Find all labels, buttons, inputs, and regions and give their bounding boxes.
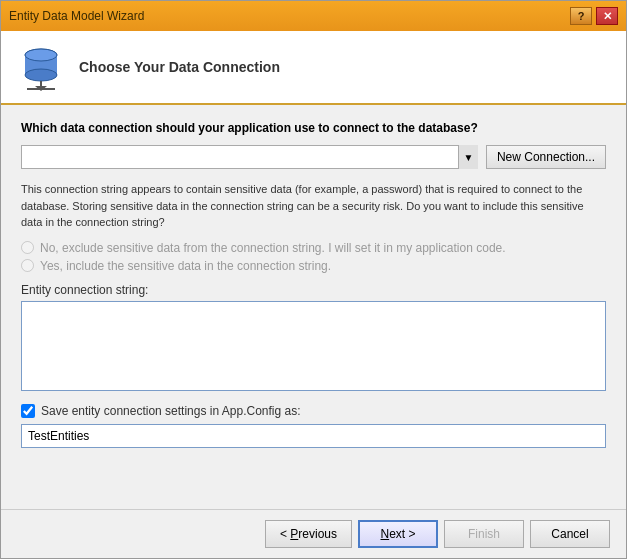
help-button[interactable]: ? <box>570 7 592 25</box>
connection-string-textarea[interactable] <box>21 301 606 391</box>
radio-no[interactable] <box>21 241 34 254</box>
save-checkbox-label: Save entity connection settings in App.C… <box>41 404 301 418</box>
svg-point-2 <box>25 69 57 81</box>
radio-yes-label: Yes, include the sensitive data in the c… <box>40 259 331 273</box>
radio-yes-item[interactable]: Yes, include the sensitive data in the c… <box>21 259 606 273</box>
connection-row: ▼ New Connection... <box>21 145 606 169</box>
cancel-button[interactable]: Cancel <box>530 520 610 548</box>
database-icon <box>17 43 65 91</box>
radio-no-label: No, exclude sensitive data from the conn… <box>40 241 506 255</box>
connection-string-container <box>21 301 606 394</box>
save-checkbox[interactable] <box>21 404 35 418</box>
footer: < Previous Next > Finish Cancel <box>1 509 626 558</box>
next-button[interactable]: Next > <box>358 520 438 548</box>
radio-no-item[interactable]: No, exclude sensitive data from the conn… <box>21 241 606 255</box>
header-section: Choose Your Data Connection <box>1 31 626 105</box>
previous-button[interactable]: < Previous <box>265 520 352 548</box>
svg-point-3 <box>25 49 57 61</box>
connection-dropdown-wrapper: ▼ <box>21 145 478 169</box>
previous-label: < Previous <box>280 527 337 541</box>
finish-button[interactable]: Finish <box>444 520 524 548</box>
radio-yes[interactable] <box>21 259 34 272</box>
save-checkbox-row: Save entity connection settings in App.C… <box>21 404 606 418</box>
title-bar-controls: ? ✕ <box>570 7 618 25</box>
entity-connection-label: Entity connection string: <box>21 283 606 297</box>
radio-group: No, exclude sensitive data from the conn… <box>21 241 606 273</box>
new-connection-button[interactable]: New Connection... <box>486 145 606 169</box>
window-title: Entity Data Model Wizard <box>9 9 144 23</box>
close-button[interactable]: ✕ <box>596 7 618 25</box>
app-config-input[interactable]: TestEntities <box>21 424 606 448</box>
main-window: Entity Data Model Wizard ? ✕ Choose Your… <box>0 0 627 559</box>
question-label: Which data connection should your applic… <box>21 121 606 135</box>
next-label: Next > <box>380 527 415 541</box>
content-area: Which data connection should your applic… <box>1 105 626 509</box>
title-bar-left: Entity Data Model Wizard <box>9 9 144 23</box>
title-bar: Entity Data Model Wizard ? ✕ <box>1 1 626 31</box>
sensitive-text: This connection string appears to contai… <box>21 181 606 231</box>
connection-dropdown[interactable] <box>21 145 478 169</box>
header-title: Choose Your Data Connection <box>79 59 280 75</box>
